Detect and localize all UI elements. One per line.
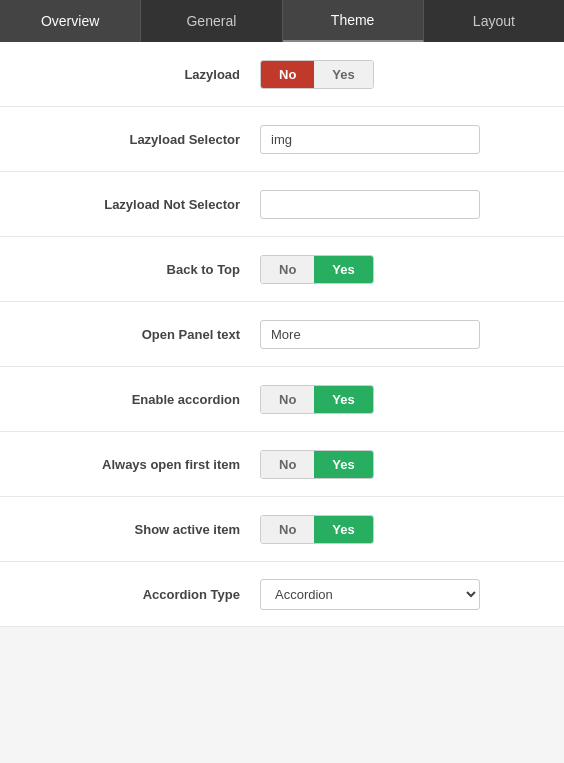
tab-bar: Overview General Theme Layout xyxy=(0,0,564,42)
show-active-item-toggle-group: No Yes xyxy=(260,515,374,544)
tab-layout[interactable]: Layout xyxy=(424,0,564,42)
tab-overview[interactable]: Overview xyxy=(0,0,141,42)
always-open-first-item-control: No Yes xyxy=(260,450,544,479)
back-to-top-label: Back to Top xyxy=(20,262,260,277)
lazyload-selector-control xyxy=(260,125,544,154)
lazyload-control: No Yes xyxy=(260,60,544,89)
enable-accordion-control: No Yes xyxy=(260,385,544,414)
always-open-first-item-yes-button[interactable]: Yes xyxy=(314,451,372,478)
open-panel-text-input[interactable] xyxy=(260,320,480,349)
lazyload-selector-row: Lazyload Selector xyxy=(0,107,564,172)
lazyload-toggle-group: No Yes xyxy=(260,60,374,89)
lazyload-label: Lazyload xyxy=(20,67,260,82)
lazyload-selector-label: Lazyload Selector xyxy=(20,132,260,147)
back-to-top-yes-button[interactable]: Yes xyxy=(314,256,372,283)
lazyload-yes-button[interactable]: Yes xyxy=(314,61,372,88)
enable-accordion-label: Enable accordion xyxy=(20,392,260,407)
lazyload-not-selector-label: Lazyload Not Selector xyxy=(20,197,260,212)
accordion-type-control: Accordion Toggle xyxy=(260,579,544,610)
lazyload-not-selector-control xyxy=(260,190,544,219)
lazyload-not-selector-input[interactable] xyxy=(260,190,480,219)
lazyload-selector-input[interactable] xyxy=(260,125,480,154)
show-active-item-control: No Yes xyxy=(260,515,544,544)
always-open-first-item-no-button[interactable]: No xyxy=(261,451,314,478)
enable-accordion-row: Enable accordion No Yes xyxy=(0,367,564,432)
accordion-type-row: Accordion Type Accordion Toggle xyxy=(0,562,564,627)
open-panel-text-label: Open Panel text xyxy=(20,327,260,342)
back-to-top-row: Back to Top No Yes xyxy=(0,237,564,302)
lazyload-no-button[interactable]: No xyxy=(261,61,314,88)
lazyload-not-selector-row: Lazyload Not Selector xyxy=(0,172,564,237)
enable-accordion-yes-button[interactable]: Yes xyxy=(314,386,372,413)
show-active-item-yes-button[interactable]: Yes xyxy=(314,516,372,543)
always-open-first-item-row: Always open first item No Yes xyxy=(0,432,564,497)
tab-general[interactable]: General xyxy=(141,0,282,42)
open-panel-text-row: Open Panel text xyxy=(0,302,564,367)
accordion-type-label: Accordion Type xyxy=(20,587,260,602)
back-to-top-no-button[interactable]: No xyxy=(261,256,314,283)
back-to-top-control: No Yes xyxy=(260,255,544,284)
open-panel-text-control xyxy=(260,320,544,349)
always-open-first-item-label: Always open first item xyxy=(20,457,260,472)
show-active-item-row: Show active item No Yes xyxy=(0,497,564,562)
back-to-top-toggle-group: No Yes xyxy=(260,255,374,284)
show-active-item-label: Show active item xyxy=(20,522,260,537)
lazyload-row: Lazyload No Yes xyxy=(0,42,564,107)
always-open-first-item-toggle-group: No Yes xyxy=(260,450,374,479)
enable-accordion-no-button[interactable]: No xyxy=(261,386,314,413)
enable-accordion-toggle-group: No Yes xyxy=(260,385,374,414)
show-active-item-no-button[interactable]: No xyxy=(261,516,314,543)
tab-theme[interactable]: Theme xyxy=(283,0,424,42)
settings-content: Lazyload No Yes Lazyload Selector Lazylo… xyxy=(0,42,564,627)
accordion-type-select[interactable]: Accordion Toggle xyxy=(260,579,480,610)
